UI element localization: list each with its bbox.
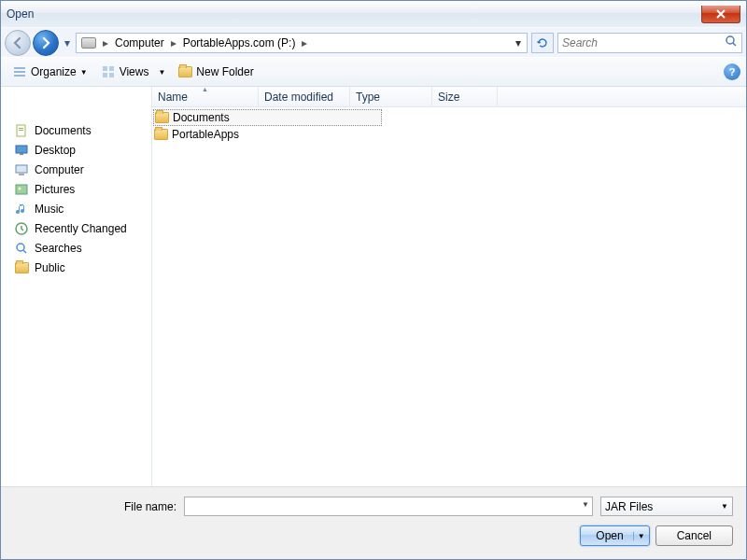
breadcrumb-computer[interactable]: Computer: [112, 36, 167, 49]
cancel-label: Cancel: [677, 529, 712, 542]
column-type[interactable]: Type: [350, 87, 432, 106]
nav-history-dropdown[interactable]: ▾: [61, 33, 74, 53]
sidebar-item-pictures[interactable]: Pictures: [1, 179, 151, 199]
sidebar-item-label: Computer: [35, 163, 84, 176]
search-input[interactable]: [562, 36, 725, 49]
documents-icon: [14, 123, 29, 138]
sidebar: Documents Desktop Computer Pictures Musi…: [1, 87, 152, 486]
breadcrumb-sep-icon[interactable]: ▸: [99, 36, 112, 49]
breadcrumb-dropdown[interactable]: ▾: [512, 36, 525, 49]
svg-rect-3: [14, 75, 25, 77]
filetype-dropdown[interactable]: JAR Files ▼: [600, 497, 733, 516]
sidebar-item-label: Pictures: [35, 183, 75, 196]
sidebar-item-music[interactable]: Music: [1, 199, 151, 218]
sidebar-item-desktop[interactable]: Desktop: [1, 140, 151, 160]
filename-row: File name: ▼ JAR Files ▼: [14, 497, 733, 516]
chevron-down-icon: ▼: [721, 502, 728, 511]
column-headers: ▲Name Date modified Type Size: [152, 87, 746, 107]
sidebar-item-documents[interactable]: Documents: [1, 120, 151, 140]
new-folder-label: New Folder: [196, 65, 253, 78]
search-icon[interactable]: [725, 35, 738, 50]
column-date[interactable]: Date modified: [259, 87, 350, 106]
back-button[interactable]: [5, 30, 31, 56]
breadcrumb-bar[interactable]: ▸ Computer ▸ PortableApps.com (P:) ▸ ▾: [76, 33, 528, 53]
refresh-icon: [536, 36, 549, 49]
sidebar-item-label: Music: [35, 203, 63, 216]
file-list: Documents PortableApps: [152, 107, 746, 486]
sidebar-item-searches[interactable]: Searches: [1, 238, 151, 258]
new-folder-button[interactable]: New Folder: [173, 61, 259, 83]
forward-arrow-icon: [39, 36, 52, 49]
breadcrumb-sep-icon[interactable]: ▸: [298, 36, 311, 49]
open-button[interactable]: Open ▼: [580, 525, 649, 546]
svg-rect-7: [109, 73, 114, 77]
sidebar-item-label: Documents: [35, 124, 92, 137]
close-button[interactable]: [701, 6, 740, 23]
filename-dropdown[interactable]: ▼: [582, 500, 589, 509]
file-area: ▲Name Date modified Type Size Documents …: [152, 87, 746, 486]
searches-icon: [14, 241, 29, 256]
filename-label: File name:: [124, 500, 176, 513]
music-icon: [14, 202, 29, 217]
svg-rect-1: [14, 67, 25, 69]
folder-icon: [178, 66, 192, 77]
organize-label: Organize: [31, 65, 77, 78]
svg-rect-9: [19, 128, 23, 129]
svg-rect-12: [20, 153, 23, 155]
breadcrumb-drive[interactable]: PortableApps.com (P:): [180, 36, 299, 49]
button-row: Open ▼ Cancel: [14, 525, 733, 546]
folder-icon: [154, 129, 168, 140]
recent-icon: [14, 221, 29, 236]
filetype-label: JAR Files: [605, 500, 653, 513]
sidebar-item-label: Recently Changed: [35, 222, 127, 235]
svg-point-18: [17, 244, 24, 251]
main-area: Documents Desktop Computer Pictures Musi…: [1, 87, 746, 486]
svg-point-16: [19, 187, 21, 189]
svg-rect-5: [109, 66, 114, 71]
help-button[interactable]: ?: [724, 63, 740, 80]
sidebar-item-public[interactable]: Public: [1, 258, 151, 277]
svg-rect-13: [16, 165, 27, 173]
svg-rect-11: [16, 146, 27, 153]
drive-icon: [80, 35, 97, 51]
sidebar-item-label: Desktop: [35, 144, 76, 157]
close-icon: [715, 9, 726, 19]
open-split-dropdown[interactable]: ▼: [633, 532, 645, 540]
file-row[interactable]: Documents: [153, 109, 382, 126]
svg-rect-14: [19, 174, 24, 175]
svg-rect-2: [14, 71, 25, 73]
pictures-icon: [14, 182, 29, 197]
file-name: PortableApps: [172, 128, 239, 141]
file-row[interactable]: PortableApps: [152, 126, 746, 143]
svg-rect-10: [19, 130, 23, 131]
open-label: Open: [596, 529, 623, 542]
organize-icon: [12, 64, 27, 79]
folder-icon: [155, 112, 169, 123]
chevron-down-icon: ▼: [158, 68, 165, 77]
svg-rect-6: [103, 73, 107, 77]
organize-button[interactable]: Organize ▼: [7, 61, 93, 83]
sidebar-item-computer[interactable]: Computer: [1, 160, 151, 179]
sidebar-item-label: Public: [35, 261, 65, 274]
column-size[interactable]: Size: [432, 87, 498, 106]
breadcrumb-sep-icon[interactable]: ▸: [167, 36, 180, 49]
window-title: Open: [7, 7, 34, 21]
search-box[interactable]: [557, 33, 742, 53]
cancel-button[interactable]: Cancel: [655, 525, 733, 546]
refresh-button[interactable]: [531, 33, 554, 53]
title-bar: Open: [1, 1, 746, 27]
views-button[interactable]: Views ▼: [95, 61, 172, 83]
column-name[interactable]: ▲Name: [152, 87, 259, 106]
chevron-down-icon: ▼: [80, 68, 88, 77]
sidebar-item-recently-changed[interactable]: Recently Changed: [1, 218, 151, 238]
desktop-icon: [14, 143, 29, 158]
svg-rect-4: [103, 66, 107, 71]
toolbar: Organize ▼ Views ▼ New Folder ?: [1, 57, 746, 87]
filename-input[interactable]: [184, 497, 593, 516]
forward-button[interactable]: [33, 30, 59, 56]
views-label: Views: [120, 65, 149, 78]
svg-rect-15: [16, 185, 27, 194]
views-icon: [101, 64, 116, 79]
svg-point-0: [726, 36, 734, 44]
bottom-panel: File name: ▼ JAR Files ▼ Open ▼ Cancel: [1, 486, 746, 559]
